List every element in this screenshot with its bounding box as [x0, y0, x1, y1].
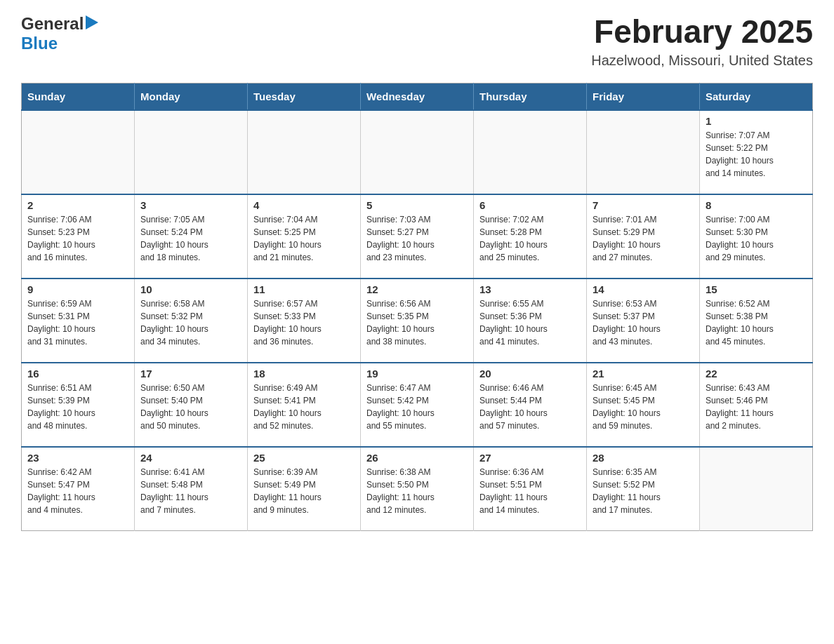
calendar-day: 7Sunrise: 7:01 AM Sunset: 5:29 PM Daylig…	[587, 194, 700, 279]
calendar-day: 20Sunrise: 6:46 AM Sunset: 5:44 PM Dayli…	[474, 363, 587, 447]
day-info: Sunrise: 7:07 AM Sunset: 5:22 PM Dayligh…	[706, 129, 807, 180]
weekday-header-friday: Friday	[587, 83, 700, 110]
calendar-week-4: 16Sunrise: 6:51 AM Sunset: 5:39 PM Dayli…	[22, 363, 813, 447]
calendar-week-3: 9Sunrise: 6:59 AM Sunset: 5:31 PM Daylig…	[22, 279, 813, 363]
day-number: 5	[366, 199, 468, 211]
calendar-day: 10Sunrise: 6:58 AM Sunset: 5:32 PM Dayli…	[135, 279, 248, 363]
day-number: 8	[706, 199, 807, 211]
day-info: Sunrise: 6:50 AM Sunset: 5:40 PM Dayligh…	[140, 382, 241, 432]
day-number: 10	[140, 283, 241, 295]
day-info: Sunrise: 7:05 AM Sunset: 5:24 PM Dayligh…	[140, 213, 241, 264]
calendar-day: 3Sunrise: 7:05 AM Sunset: 5:24 PM Daylig…	[135, 194, 248, 279]
calendar-day: 19Sunrise: 6:47 AM Sunset: 5:42 PM Dayli…	[361, 363, 474, 447]
calendar-day: 23Sunrise: 6:42 AM Sunset: 5:47 PM Dayli…	[22, 447, 135, 531]
day-number: 28	[593, 452, 694, 464]
calendar-day	[361, 110, 474, 194]
calendar-day: 18Sunrise: 6:49 AM Sunset: 5:41 PM Dayli…	[248, 363, 361, 447]
day-number: 27	[479, 452, 581, 464]
calendar-day	[474, 110, 587, 194]
svg-marker-0	[86, 15, 98, 29]
day-number: 14	[593, 283, 694, 295]
day-info: Sunrise: 6:49 AM Sunset: 5:41 PM Dayligh…	[253, 382, 355, 432]
day-number: 17	[140, 368, 241, 380]
day-info: Sunrise: 6:46 AM Sunset: 5:44 PM Dayligh…	[479, 382, 581, 432]
calendar-day: 16Sunrise: 6:51 AM Sunset: 5:39 PM Dayli…	[22, 363, 135, 447]
title-block: February 2025 Hazelwood, Missouri, Unite…	[591, 14, 813, 69]
calendar-day: 12Sunrise: 6:56 AM Sunset: 5:35 PM Dayli…	[361, 279, 474, 363]
day-number: 16	[27, 368, 128, 380]
calendar-day: 27Sunrise: 6:36 AM Sunset: 5:51 PM Dayli…	[474, 447, 587, 531]
calendar-day: 8Sunrise: 7:00 AM Sunset: 5:30 PM Daylig…	[700, 194, 813, 279]
day-number: 11	[253, 283, 355, 295]
calendar-day: 6Sunrise: 7:02 AM Sunset: 5:28 PM Daylig…	[474, 194, 587, 279]
calendar-day	[587, 110, 700, 194]
calendar-day: 25Sunrise: 6:39 AM Sunset: 5:49 PM Dayli…	[248, 447, 361, 531]
day-info: Sunrise: 7:06 AM Sunset: 5:23 PM Dayligh…	[27, 213, 128, 264]
day-info: Sunrise: 6:38 AM Sunset: 5:50 PM Dayligh…	[366, 466, 468, 516]
calendar-day: 26Sunrise: 6:38 AM Sunset: 5:50 PM Dayli…	[361, 447, 474, 531]
day-number: 19	[366, 368, 468, 380]
calendar-day: 28Sunrise: 6:35 AM Sunset: 5:52 PM Dayli…	[587, 447, 700, 531]
page-header: General Blue February 2025 Hazelwood, Mi…	[21, 14, 813, 69]
calendar-day: 21Sunrise: 6:45 AM Sunset: 5:45 PM Dayli…	[587, 363, 700, 447]
day-number: 3	[140, 199, 241, 211]
day-number: 24	[140, 452, 241, 464]
day-info: Sunrise: 7:03 AM Sunset: 5:27 PM Dayligh…	[366, 213, 468, 264]
weekday-header-thursday: Thursday	[474, 83, 587, 110]
weekday-header-monday: Monday	[135, 83, 248, 110]
weekday-header-sunday: Sunday	[22, 83, 135, 110]
day-info: Sunrise: 7:00 AM Sunset: 5:30 PM Dayligh…	[706, 213, 807, 264]
day-info: Sunrise: 6:36 AM Sunset: 5:51 PM Dayligh…	[479, 466, 581, 516]
day-info: Sunrise: 6:56 AM Sunset: 5:35 PM Dayligh…	[366, 297, 468, 348]
day-info: Sunrise: 6:39 AM Sunset: 5:49 PM Dayligh…	[253, 466, 355, 516]
calendar-day: 14Sunrise: 6:53 AM Sunset: 5:37 PM Dayli…	[587, 279, 700, 363]
calendar-day: 13Sunrise: 6:55 AM Sunset: 5:36 PM Dayli…	[474, 279, 587, 363]
day-info: Sunrise: 6:47 AM Sunset: 5:42 PM Dayligh…	[366, 382, 468, 432]
calendar-day: 4Sunrise: 7:04 AM Sunset: 5:25 PM Daylig…	[248, 194, 361, 279]
calendar-body: 1Sunrise: 7:07 AM Sunset: 5:22 PM Daylig…	[22, 110, 813, 531]
day-number: 7	[593, 199, 694, 211]
weekday-header-saturday: Saturday	[700, 83, 813, 110]
day-number: 15	[706, 283, 807, 295]
day-number: 25	[253, 452, 355, 464]
day-number: 12	[366, 283, 468, 295]
day-number: 6	[479, 199, 581, 211]
calendar-week-2: 2Sunrise: 7:06 AM Sunset: 5:23 PM Daylig…	[22, 194, 813, 279]
weekday-header-row: SundayMondayTuesdayWednesdayThursdayFrid…	[22, 83, 813, 110]
calendar-week-1: 1Sunrise: 7:07 AM Sunset: 5:22 PM Daylig…	[22, 110, 813, 194]
weekday-header-wednesday: Wednesday	[361, 83, 474, 110]
calendar-day	[248, 110, 361, 194]
calendar-day	[22, 110, 135, 194]
day-info: Sunrise: 6:58 AM Sunset: 5:32 PM Dayligh…	[140, 297, 241, 348]
day-number: 20	[479, 368, 581, 380]
day-info: Sunrise: 7:01 AM Sunset: 5:29 PM Dayligh…	[593, 213, 694, 264]
day-number: 26	[366, 452, 468, 464]
calendar-day: 5Sunrise: 7:03 AM Sunset: 5:27 PM Daylig…	[361, 194, 474, 279]
day-number: 4	[253, 199, 355, 211]
day-number: 21	[593, 368, 694, 380]
day-number: 22	[706, 368, 807, 380]
calendar-day	[700, 447, 813, 531]
day-info: Sunrise: 6:59 AM Sunset: 5:31 PM Dayligh…	[27, 297, 128, 348]
calendar-day: 1Sunrise: 7:07 AM Sunset: 5:22 PM Daylig…	[700, 110, 813, 194]
day-number: 9	[27, 283, 128, 295]
day-info: Sunrise: 6:57 AM Sunset: 5:33 PM Dayligh…	[253, 297, 355, 348]
day-info: Sunrise: 6:43 AM Sunset: 5:46 PM Dayligh…	[706, 382, 807, 432]
day-info: Sunrise: 6:35 AM Sunset: 5:52 PM Dayligh…	[593, 466, 694, 516]
calendar-day: 22Sunrise: 6:43 AM Sunset: 5:46 PM Dayli…	[700, 363, 813, 447]
day-info: Sunrise: 6:51 AM Sunset: 5:39 PM Dayligh…	[27, 382, 128, 432]
day-number: 18	[253, 368, 355, 380]
weekday-header-tuesday: Tuesday	[248, 83, 361, 110]
day-info: Sunrise: 6:52 AM Sunset: 5:38 PM Dayligh…	[706, 297, 807, 348]
day-info: Sunrise: 7:04 AM Sunset: 5:25 PM Dayligh…	[253, 213, 355, 264]
calendar-day: 24Sunrise: 6:41 AM Sunset: 5:48 PM Dayli…	[135, 447, 248, 531]
calendar-day: 2Sunrise: 7:06 AM Sunset: 5:23 PM Daylig…	[22, 194, 135, 279]
logo-blue-text: Blue	[21, 34, 58, 53]
day-info: Sunrise: 6:53 AM Sunset: 5:37 PM Dayligh…	[593, 297, 694, 348]
calendar-week-5: 23Sunrise: 6:42 AM Sunset: 5:47 PM Dayli…	[22, 447, 813, 531]
day-number: 23	[27, 452, 128, 464]
logo-general-text: General	[21, 14, 84, 34]
day-number: 1	[706, 115, 807, 127]
calendar-day	[135, 110, 248, 194]
day-info: Sunrise: 6:45 AM Sunset: 5:45 PM Dayligh…	[593, 382, 694, 432]
